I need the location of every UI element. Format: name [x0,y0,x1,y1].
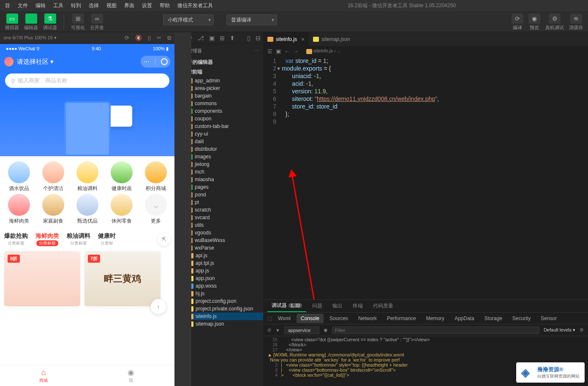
toolbar-button[interactable]: ∞云开发 [88,13,106,32]
toolbar-button[interactable]: ≋清缓存 [567,13,585,32]
category-item[interactable]: 粮油调料 [71,161,103,192]
filter-input[interactable] [332,326,539,334]
devtools-tab[interactable]: Performance [383,314,420,323]
inspect-icon[interactable]: ⬚ [267,315,272,321]
activity-bar [174,32,191,386]
devtools-tab[interactable]: Sources [325,314,352,323]
scroll-top-button[interactable]: ↑ [151,299,166,314]
window-title: 16.2前端 - 微信开发者工具 Stable 1.05.2204250 [217,2,586,9]
category-item[interactable]: 甄选优品 [71,194,103,225]
toolbar-button[interactable]: ⊞可视化 [69,13,87,32]
panel-tab[interactable]: 代码质量 [369,300,397,312]
devtools-tab[interactable]: Memory [422,314,449,323]
category-item[interactable]: 健康时蔬 [105,161,138,192]
panel-tab[interactable]: 调试器1, 32 [267,300,306,312]
category-tab[interactable]: 粮油调料分类标签 [67,232,90,246]
bug-icon[interactable]: ⬆ [230,35,235,41]
panel-icon[interactable]: ▯ [247,35,250,41]
panel-tab[interactable]: 输出 [328,300,347,312]
list-icon[interactable]: ☰ [267,48,272,54]
menu-item[interactable]: 选择 [85,1,102,11]
git-icon[interactable]: ⎇ [197,35,204,41]
simulator-panel: one 6/7/8 Plus 100% 16 ▾ ⟳ 🔇 ▯ ✂ ⧉ ●●●● … [0,32,174,386]
eye-icon[interactable]: ◉ [324,327,328,333]
editor: siteinfo.js×sitemap.json ☰ ▣ ← → siteinf… [263,32,588,386]
detach-icon[interactable]: ⧉ [167,35,171,41]
toolbar-button[interactable]: 编辑器 [22,13,40,32]
share-button[interactable]: ⇱ [158,233,170,246]
settings-icon[interactable]: ⚙ [580,327,584,333]
filter-icon[interactable]: ▼ [275,328,280,333]
search-input[interactable]: ⚲输入商家、商品名称 [5,73,169,88]
toolbar-select[interactable]: 小程序模式 [163,14,214,25]
devtools-tab[interactable]: Security [508,314,535,323]
category-item[interactable]: 休闲零食 [105,194,138,225]
product-card[interactable]: 8折 [4,251,80,306]
tabbar-item[interactable]: ⌂商城 [0,365,87,386]
toolbar-button[interactable]: ⟳编译 [510,13,525,32]
annotation-arrow [291,170,321,299]
category-item[interactable]: 海鲜肉类 [3,194,35,225]
layout-icon[interactable]: ⊟ [256,35,261,41]
menu-item[interactable]: 帮助 [156,1,173,11]
devtools-tab[interactable]: Sensor [536,314,561,323]
category-tab[interactable]: 海鲜肉类分类标签 [35,232,59,246]
levels-select[interactable]: Default levels ▾ [544,327,575,333]
phone-statusbar: ●●●● WeChat ⚲ 9:40 100% ▮ [0,44,174,53]
fwd-icon[interactable]: → [293,48,299,54]
category-tab[interactable]: 健康时分类标 [98,232,116,246]
category-tab[interactable]: 爆款抢购分类标签 [4,232,28,246]
panel-tab[interactable]: 终端 [348,300,367,312]
menu-item[interactable]: 设置 [139,1,155,11]
editor-tab[interactable]: siteinfo.js× [263,32,309,46]
avatar[interactable] [4,57,14,66]
more-icon[interactable]: ⋯ [254,48,259,54]
refresh-icon[interactable]: ⟳ [125,35,129,41]
breadcrumb[interactable]: ☰ ▣ ← → siteinfo.js › ... [263,46,588,56]
menu-item[interactable]: 视图 [103,1,120,11]
toolbar-button[interactable]: ▭模拟器 [3,13,21,32]
product-card[interactable]: 7折畔三黄鸡 [84,251,161,306]
toolbar-button[interactable]: ⚙真机调试 [544,13,566,32]
clear-icon[interactable]: ⊘ [267,327,271,333]
menu-bar: 目文件编辑工具转到选择视图界面设置帮助微信开发者工具 16.2前端 - 微信开发… [0,0,588,11]
code-editor[interactable]: 123456789 var store_id = 1;▾ module.expo… [263,56,588,299]
devtools-tab[interactable]: Wxml [274,314,295,323]
devtools-tab[interactable]: Console [297,314,324,323]
banner[interactable] [0,93,174,156]
devtools-tab[interactable]: AppData [450,314,479,323]
toolbar-button[interactable]: ◉预览 [527,13,542,32]
context-select[interactable]: appservice [284,326,319,334]
cut-icon[interactable]: ✂ [157,35,161,41]
category-item[interactable]: 家庭副食 [37,194,69,225]
community-select[interactable]: 请选择社区 ▾ [17,58,54,66]
menu-item[interactable]: 编辑 [32,1,49,11]
category-more[interactable]: ⌄更多 [139,194,172,225]
tabbar-item[interactable]: ◉我 [87,365,175,386]
category-item[interactable]: 酒水饮品 [3,161,35,192]
category-item[interactable]: 个护清洁 [37,161,69,192]
box-icon[interactable]: ▣ [209,35,215,41]
panel-tab[interactable]: 问题 [308,300,327,312]
mute-icon[interactable]: 🔇 [135,35,142,41]
ext-icon[interactable]: ⊞ [220,35,225,41]
toolbar-select[interactable]: 普通编译 [226,14,277,25]
toolbar-button[interactable]: ⚗调试器 [41,13,59,32]
devtools-tab[interactable]: Network [354,314,381,323]
menu-item[interactable]: 工具 [50,1,67,11]
console-toolbar: ⊘ ▼ appservice ◉ Default levels ▾ ⚙ [263,324,588,336]
bookmark-icon[interactable]: ▣ [276,48,281,54]
menu-item[interactable]: 文件 [14,1,31,11]
capsule-button[interactable]: ⋯ [141,56,170,68]
editor-tab[interactable]: sitemap.json [309,32,354,46]
device-select[interactable]: one 6/7/8 Plus 100% 16 ▾ [3,35,57,41]
rotate-icon[interactable]: ▯ [148,35,151,41]
category-item[interactable]: 积分商城 [139,161,172,192]
menu-item[interactable]: 界面 [121,1,138,11]
menu-item[interactable]: 目 [2,1,14,11]
back-icon[interactable]: ← [284,48,290,54]
close-icon[interactable]: × [301,36,305,43]
devtools-tab[interactable]: Storage [480,314,506,323]
menu-item[interactable]: 转到 [68,1,84,11]
menu-item[interactable]: 微信开发者工具 [174,1,216,11]
